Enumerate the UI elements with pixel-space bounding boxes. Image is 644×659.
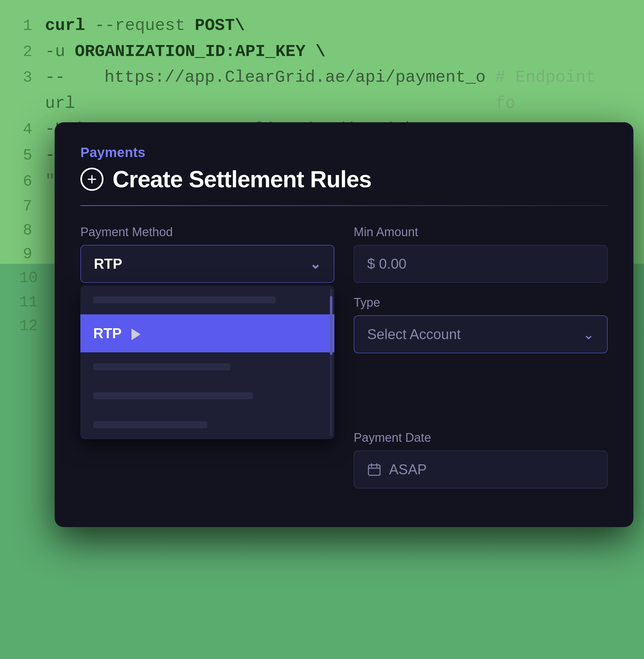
code-line-2: 2 -u ORGANIZATION_ID:API_KEY \ bbox=[19, 39, 625, 65]
payment-date-label: Payment Date bbox=[354, 431, 608, 445]
dropdown-placeholder-row-4 bbox=[80, 410, 335, 439]
min-amount-group: Min Amount $ 0.00 bbox=[354, 225, 608, 283]
dropdown-placeholder-row-3 bbox=[80, 381, 335, 410]
dropdown-placeholder-bar-2 bbox=[93, 363, 230, 370]
min-amount-label: Min Amount bbox=[354, 225, 608, 239]
plus-icon: + bbox=[80, 168, 104, 191]
code-line-1: 1 curl --request POST\ bbox=[19, 13, 625, 39]
svg-rect-0 bbox=[368, 465, 380, 475]
min-amount-value: $ 0.00 bbox=[367, 256, 407, 272]
min-amount-input[interactable]: $ 0.00 bbox=[354, 245, 608, 283]
type-select[interactable]: Select Account ⌄ bbox=[354, 315, 608, 353]
breadcrumb: Payments bbox=[80, 145, 608, 160]
calendar-icon bbox=[367, 462, 381, 477]
modal: Payments + Create Settlement Rules Payme… bbox=[55, 122, 634, 527]
payment-method-select[interactable]: RTP ⌄ bbox=[80, 245, 335, 283]
dropdown-item-rtp[interactable]: RTP bbox=[80, 314, 335, 352]
payment-method-value: RTP bbox=[94, 256, 122, 272]
title-divider bbox=[80, 205, 608, 206]
payment-method-chevron: ⌄ bbox=[309, 256, 321, 272]
dropdown-placeholder-bar-4 bbox=[93, 421, 207, 428]
form-spacer-left bbox=[80, 431, 335, 501]
page-title: Create Settlement Rules bbox=[113, 166, 371, 193]
dropdown-placeholder-bar-3 bbox=[93, 392, 253, 399]
payment-method-group: Payment Method RTP ⌄ RTP bbox=[80, 225, 335, 283]
payment-date-group: Payment Date ASAP bbox=[354, 431, 608, 488]
dropdown-placeholder-row-1 bbox=[80, 285, 335, 314]
payment-date-input[interactable]: ASAP bbox=[354, 451, 608, 488]
code-line-3: 3 --url https://app.ClearGrid.ae/api/pay… bbox=[19, 65, 625, 116]
type-placeholder: Select Account bbox=[367, 326, 461, 343]
dropdown-rtp-label: RTP bbox=[93, 325, 121, 341]
dropdown-scrollbar-track[interactable] bbox=[330, 289, 332, 436]
page-title-row: + Create Settlement Rules bbox=[80, 166, 608, 193]
payment-method-label: Payment Method bbox=[80, 225, 335, 239]
dropdown-scrollbar-thumb[interactable] bbox=[330, 296, 332, 355]
type-group: Type Select Account ⌄ bbox=[354, 296, 608, 418]
payment-method-dropdown-menu[interactable]: RTP bbox=[80, 285, 335, 439]
dropdown-placeholder-bar-1 bbox=[93, 296, 276, 303]
payment-method-dropdown-wrapper: RTP ⌄ RTP bbox=[80, 245, 335, 283]
dropdown-placeholder-row-2 bbox=[80, 352, 335, 381]
form-grid: Payment Method RTP ⌄ RTP bbox=[80, 225, 608, 501]
type-chevron: ⌄ bbox=[583, 327, 594, 343]
type-label: Type bbox=[354, 296, 608, 310]
cursor-icon bbox=[132, 329, 140, 340]
payment-date-value: ASAP bbox=[389, 461, 427, 478]
